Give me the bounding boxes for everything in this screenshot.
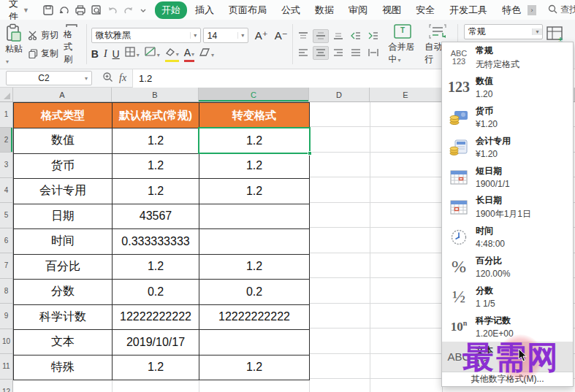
- print-preview-icon[interactable]: [91, 3, 102, 18]
- format-painter-button[interactable]: 格式刷: [61, 23, 82, 66]
- italic-button[interactable]: I: [104, 48, 107, 59]
- justify-button[interactable]: [348, 46, 364, 60]
- format-option-currency[interactable]: 货币¥1.20: [442, 102, 573, 132]
- column-header-a[interactable]: A: [13, 88, 112, 101]
- format-option-fraction[interactable]: ½ 分数1 1/5: [442, 282, 573, 312]
- decrease-indent-button[interactable]: [348, 29, 364, 43]
- export-pdf-icon[interactable]: [58, 3, 70, 18]
- row-header-10[interactable]: 10: [0, 329, 12, 355]
- more-tabs-icon[interactable]: ›: [528, 5, 536, 15]
- tab-security[interactable]: 安全: [409, 1, 441, 19]
- borders-button[interactable]: ▾: [125, 47, 140, 61]
- cut-button[interactable]: 剪切: [28, 29, 58, 42]
- header-cell[interactable]: 转变格式: [199, 103, 310, 128]
- cell-b10[interactable]: 2019/10/17: [113, 330, 199, 356]
- cell-c4[interactable]: 1.2: [199, 179, 310, 204]
- align-right-button[interactable]: [330, 46, 346, 60]
- distribute-button[interactable]: [365, 46, 381, 60]
- copy-button[interactable]: 复制: [28, 47, 58, 60]
- align-left-button[interactable]: [295, 46, 311, 60]
- cell-b7[interactable]: 1.2: [113, 254, 199, 280]
- cell-c6[interactable]: [199, 229, 310, 255]
- cell-a6[interactable]: 时间: [14, 229, 113, 255]
- row-header-4[interactable]: 4: [0, 178, 12, 204]
- tab-home[interactable]: 开始: [155, 1, 187, 19]
- align-top-button[interactable]: [295, 29, 311, 43]
- row-header-1[interactable]: 1: [0, 102, 12, 128]
- row-header-12[interactable]: 12: [0, 380, 12, 392]
- cell-c8[interactable]: 0.2: [199, 280, 310, 305]
- tab-special[interactable]: 特色: [495, 1, 528, 19]
- header-cell[interactable]: 格式类型: [14, 103, 113, 128]
- format-option-general[interactable]: ABC123 常规无特定格式: [442, 42, 573, 72]
- cell-b9[interactable]: 12222222222: [113, 304, 199, 330]
- cell-b4[interactable]: 1.2: [113, 179, 199, 204]
- cell-a3[interactable]: 货币: [14, 153, 113, 179]
- tab-review[interactable]: 审阅: [342, 1, 374, 19]
- header-cell[interactable]: 默认格式(常规): [113, 103, 199, 128]
- print-icon[interactable]: [75, 3, 86, 18]
- bold-button[interactable]: B: [91, 49, 99, 59]
- tab-formulas[interactable]: 公式: [275, 1, 307, 19]
- more-number-formats[interactable]: 其他数字格式(M)...: [442, 372, 573, 386]
- cell-c2[interactable]: 1.2: [199, 128, 310, 154]
- undo-icon[interactable]: [107, 3, 118, 18]
- format-option-text[interactable]: ABC 文本1.2: [442, 342, 573, 372]
- cell-c11[interactable]: 1.2: [199, 355, 310, 380]
- row-header-3[interactable]: 3: [0, 153, 12, 178]
- row-header-11[interactable]: 11: [0, 354, 12, 380]
- row-header-7[interactable]: 7: [0, 253, 12, 279]
- align-middle-button[interactable]: [313, 29, 329, 43]
- font-color-button[interactable]: A▾: [184, 47, 194, 60]
- shrink-font-button[interactable]: A⁻: [275, 31, 288, 41]
- save-icon[interactable]: [42, 3, 54, 18]
- cell-c5[interactable]: [199, 204, 310, 229]
- font-name-select[interactable]: 微软雅黑 ▾: [91, 28, 201, 43]
- tab-view[interactable]: 视图: [376, 1, 408, 19]
- cell-c7[interactable]: 1.2: [199, 254, 310, 280]
- zoom-formula-icon[interactable]: [102, 72, 113, 85]
- paste-button[interactable]: 粘贴▾: [3, 23, 25, 66]
- tab-developer[interactable]: 开发工具: [443, 1, 494, 19]
- format-option-accounting[interactable]: 会计专用¥1.20: [442, 132, 573, 162]
- number-format-select[interactable]: 常规 ▾: [464, 24, 543, 39]
- cell-a11[interactable]: 特殊: [14, 355, 113, 380]
- cell-b6[interactable]: 0.333333333: [113, 229, 199, 255]
- cell-a8[interactable]: 分数: [14, 280, 113, 305]
- column-header-e[interactable]: E: [370, 88, 442, 101]
- cell-shading-button[interactable]: ▾: [145, 47, 160, 61]
- format-option-number[interactable]: 123 数值1.20: [442, 72, 573, 102]
- insert-function-button[interactable]: fx: [119, 72, 126, 84]
- format-option-percent[interactable]: % 百分比120.00%: [442, 252, 573, 282]
- font-size-select[interactable]: 14 ▾: [203, 28, 248, 43]
- row-header-9[interactable]: 9: [0, 304, 12, 329]
- cell-b5[interactable]: 43567: [113, 204, 199, 229]
- underline-button[interactable]: U: [113, 49, 120, 59]
- cell-b11[interactable]: 1.2: [113, 355, 199, 380]
- format-option-long-date[interactable]: 长日期1900年1月1日: [442, 192, 573, 222]
- redo-icon[interactable]: [123, 3, 134, 18]
- cell-c10[interactable]: [199, 330, 310, 356]
- grow-font-button[interactable]: A⁺: [255, 31, 268, 41]
- cell-c3[interactable]: 1.2: [199, 153, 310, 179]
- cell-a9[interactable]: 科学计数: [14, 304, 113, 330]
- cell-a10[interactable]: 文本: [14, 330, 113, 356]
- row-header-2[interactable]: 2: [0, 128, 12, 153]
- cell-a4[interactable]: 会计专用: [14, 179, 113, 204]
- cell-a2[interactable]: 数值: [14, 128, 113, 154]
- align-center-button[interactable]: [313, 46, 329, 60]
- row-header-8[interactable]: 8: [0, 279, 12, 304]
- merge-center-button[interactable]: T 合并居中▾: [386, 23, 419, 66]
- tab-data[interactable]: 数据: [308, 1, 340, 19]
- fill-color-button[interactable]: ▾: [165, 47, 179, 60]
- more-commands-chevron-icon[interactable]: [139, 3, 148, 18]
- align-bottom-button[interactable]: [330, 29, 346, 43]
- find-command-search[interactable]: 查找命令...: [548, 4, 575, 16]
- cell-b3[interactable]: 1.2: [113, 153, 199, 179]
- column-header-d[interactable]: D: [309, 88, 370, 101]
- column-header-b[interactable]: B: [112, 88, 199, 101]
- row-header-6[interactable]: 6: [0, 228, 12, 254]
- cell-b2[interactable]: 1.2: [113, 128, 199, 154]
- clear-format-button[interactable]: ▾: [199, 47, 214, 61]
- tab-page-layout[interactable]: 页面布局: [222, 1, 273, 19]
